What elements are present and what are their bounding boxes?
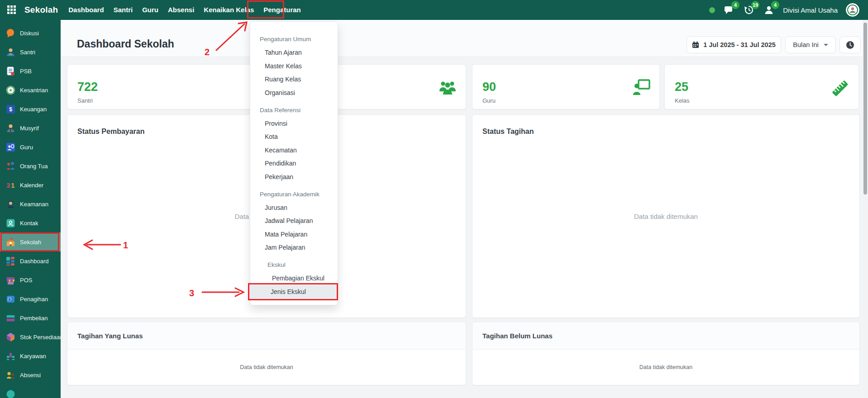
- sidebar-item-psb[interactable]: PSB: [0, 62, 61, 81]
- card-tagihan-lunas: Tagihan Yang Lunas Data tidak ditemukan: [67, 322, 466, 385]
- sidebar-item-absensi[interactable]: Absensi: [0, 365, 61, 384]
- stat-label-kelas: Kelas: [665, 94, 858, 104]
- navbar-left: Sekolah Dashboard Santri Guru Absensi Ke…: [0, 0, 301, 20]
- calendar-31-icon: 31: [6, 180, 15, 190]
- nav-item-kenaikan-kelas[interactable]: Kenaikan Kelas: [204, 0, 254, 20]
- apps-grid-icon[interactable]: [7, 5, 17, 15]
- sidebar-item-partial[interactable]: [0, 384, 61, 398]
- card-title-status-tagihan: Status Tagihan: [472, 115, 859, 136]
- svg-text:3: 3: [6, 181, 10, 189]
- sidebar-item-kontak[interactable]: Kontak: [0, 213, 61, 232]
- card-status-tagihan: Status Tagihan Data tidak ditemukan: [472, 114, 860, 318]
- period-label: Bulan Ini: [793, 41, 818, 48]
- period-select[interactable]: Bulan Ini: [785, 36, 836, 53]
- sidebar-item-santri[interactable]: Santri: [0, 43, 61, 62]
- billing-icon: $: [6, 294, 15, 304]
- sidebar-item-keamanan[interactable]: Keamanan: [0, 194, 61, 213]
- dropdown-item-jenis-ekskul[interactable]: Jenis Ekskul: [250, 285, 338, 298]
- dropdown-item-kecamatan[interactable]: Kecamatan: [250, 143, 338, 157]
- svg-text:$: $: [8, 297, 10, 302]
- dropdown-item-pembagian-ekskul[interactable]: Pembagian Ekskul: [250, 272, 338, 285]
- chevron-down-icon: [824, 44, 828, 46]
- card-title-tagihan-lunas: Tagihan Yang Lunas: [67, 322, 466, 350]
- dropdown-header-pengaturan-akademik: Pengaturan Akademik: [250, 188, 338, 201]
- empty-state-status-tagihan: Data tidak ditemukan: [472, 213, 859, 220]
- dropdown-header-data-referensi: Data Referensi: [250, 104, 338, 117]
- sidebar-item-pembelian[interactable]: Pembelian: [0, 308, 61, 327]
- avatar[interactable]: [846, 3, 859, 17]
- dollar-square-icon: $: [6, 104, 15, 114]
- security-guard-icon: [6, 199, 15, 209]
- dropdown-item-jurusan[interactable]: Jurusan: [250, 201, 338, 214]
- student-icon: [6, 47, 15, 57]
- sidebar-item-stok-persediaan[interactable]: Stok Persediaan: [0, 327, 61, 346]
- dropdown-header-pengaturan-umum: Pengaturan Umum: [250, 33, 338, 46]
- navbar-menu: Dashboard Santri Guru Absensi Kenaikan K…: [68, 0, 300, 20]
- date-range-button[interactable]: 1 Jul 2025 - 31 Jul 2025: [687, 36, 781, 53]
- dropdown-item-organisasi[interactable]: Organisasi: [250, 86, 338, 100]
- inventory-box-icon: [6, 332, 15, 342]
- family-icon: [6, 161, 15, 171]
- user-graduate-icon[interactable]: 4: [763, 4, 775, 16]
- dropdown-item-pekerjaan[interactable]: Pekerjaan: [250, 170, 338, 184]
- page-title: Dashboard Sekolah: [77, 38, 174, 50]
- sidebar-item-pos[interactable]: POS: [0, 270, 61, 289]
- sidebar-item-kesantrian[interactable]: Kesantrian: [0, 81, 61, 100]
- dropdown-item-provinsi[interactable]: Provinsi: [250, 117, 338, 130]
- dropdown-item-mata-pelajaran[interactable]: Mata Pelajaran: [250, 227, 338, 241]
- dropdown-item-pendidikan[interactable]: Pendidikan: [250, 157, 338, 171]
- attendance-icon: [6, 370, 15, 380]
- dropdown-item-ruang-kelas[interactable]: Ruang Kelas: [250, 73, 338, 86]
- school-building-icon: [6, 237, 15, 247]
- history-button[interactable]: [839, 36, 861, 53]
- nav-item-dashboard[interactable]: Dashboard: [68, 0, 104, 20]
- scrollbar-track[interactable]: [863, 20, 868, 398]
- nav-item-santri[interactable]: Santri: [114, 0, 133, 20]
- scrollbar-thumb[interactable]: [863, 23, 867, 194]
- history-clock-icon[interactable]: 19: [743, 4, 755, 16]
- sidebar-item-sekolah[interactable]: Sekolah: [0, 232, 61, 251]
- teacher-square-icon: [6, 142, 15, 152]
- teacher-board-icon: [632, 79, 650, 98]
- nav-item-pengaturan[interactable]: Pengaturan: [263, 0, 301, 20]
- chat-badge: 4: [731, 1, 739, 9]
- nav-item-guru[interactable]: Guru: [142, 0, 158, 20]
- online-status-dot: [709, 7, 715, 13]
- card-title-tagihan-belum-lunas: Tagihan Belum Lunas: [472, 322, 859, 350]
- dashboard-grid-icon: [6, 256, 15, 266]
- top-navbar: Sekolah Dashboard Santri Guru Absensi Ke…: [0, 0, 868, 20]
- sidebar-item-penagihan[interactable]: $ Penagihan: [0, 289, 61, 308]
- nav-item-absensi[interactable]: Absensi: [168, 0, 194, 20]
- sidebar-item-keuangan[interactable]: $ Keuangan: [0, 100, 61, 118]
- sidebar-item-musyrif[interactable]: Musyrif: [0, 118, 61, 137]
- sidebar-item-guru[interactable]: Guru: [0, 137, 61, 156]
- sidebar: Diskusi Santri PSB Kesantrian $ Keuangan…: [0, 20, 61, 398]
- sidebar-item-karyawan[interactable]: Karyawan: [0, 346, 61, 365]
- stat-value-kelas: 25: [665, 65, 858, 94]
- dropdown-item-master-kelas[interactable]: Master Kelas: [250, 59, 338, 73]
- card-tagihan-belum-lunas: Tagihan Belum Lunas Data tidak ditemukan: [472, 322, 860, 385]
- dropdown-item-kota[interactable]: Kota: [250, 130, 338, 144]
- user-division-name[interactable]: Divisi Amal Usaha: [783, 6, 838, 14]
- date-range-label: 1 Jul 2025 - 31 Jul 2025: [703, 41, 776, 48]
- stat-card-guru: 90 Guru: [472, 64, 660, 109]
- contact-icon: [6, 218, 15, 228]
- sidebar-item-dashboard[interactable]: Dashboard: [0, 251, 61, 270]
- person-suit-icon: [6, 123, 15, 133]
- sidebar-item-orang-tua[interactable]: Orang Tua: [0, 156, 61, 175]
- chat-icon[interactable]: 4: [723, 4, 735, 16]
- stat-label-guru: Guru: [472, 94, 659, 104]
- sidebar-item-diskusi[interactable]: Diskusi: [0, 24, 61, 43]
- users-group-icon: [439, 79, 457, 98]
- stat-card-kelas: 25 Kelas: [664, 64, 859, 109]
- history-badge: 19: [751, 1, 759, 9]
- pengaturan-dropdown: Pengaturan Umum Tahun Ajaran Master Kela…: [250, 21, 338, 305]
- calendar-icon: [692, 41, 699, 48]
- sidebar-item-kalender[interactable]: 31 Kalender: [0, 175, 61, 194]
- empty-state-tagihan-lunas: Data tidak ditemukan: [67, 350, 466, 385]
- dropdown-item-jam-pelajaran[interactable]: Jam Pelajaran: [250, 241, 338, 255]
- dropdown-item-jadwal-pelajaran[interactable]: Jadwal Pelajaran: [250, 214, 338, 228]
- badge-green-icon: [6, 85, 15, 95]
- dropdown-item-tahun-ajaran[interactable]: Tahun Ajaran: [250, 46, 338, 60]
- employees-icon: [6, 351, 15, 361]
